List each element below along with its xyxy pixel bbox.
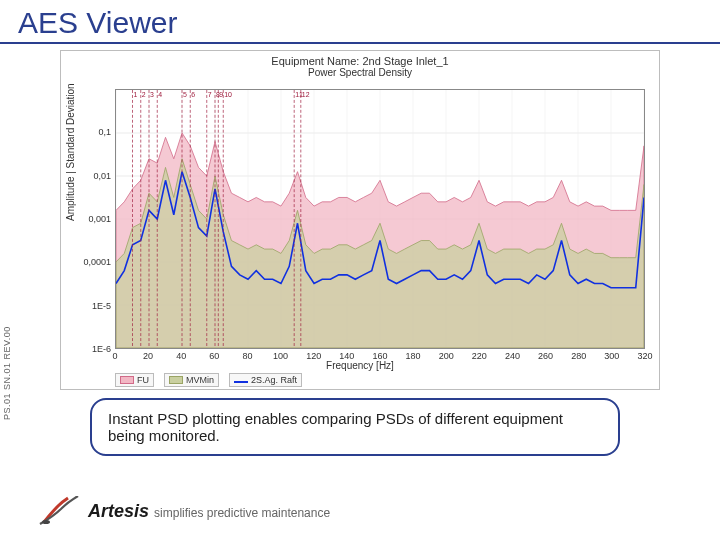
svg-text:6: 6 xyxy=(191,91,195,98)
chart-title: Equipment Name: 2nd Stage Inlet_1 xyxy=(61,55,659,67)
y-tick: 1E-6 xyxy=(92,344,111,354)
brand-text: Artesis simplifies predictive maintenanc… xyxy=(88,501,330,522)
y-tick: 1E-5 xyxy=(92,301,111,311)
callout-box: Instant PSD plotting enables comparing P… xyxy=(90,398,620,456)
brand-name: Artesis xyxy=(88,501,149,521)
chart-subtitle: Power Spectral Density xyxy=(61,67,659,78)
svg-text:9: 9 xyxy=(219,91,223,98)
legend-swatch-fu xyxy=(120,376,134,384)
svg-point-47 xyxy=(42,520,50,524)
y-tick: 0,001 xyxy=(88,214,111,224)
svg-text:10: 10 xyxy=(224,91,232,98)
svg-text:7: 7 xyxy=(208,91,212,98)
callout-text: Instant PSD plotting enables comparing P… xyxy=(108,410,563,444)
y-axis-ticks: 0,10,010,0010,00011E-51E-6 xyxy=(83,89,113,349)
legend-item-mvmin: MVMin xyxy=(164,373,219,387)
legend-swatch-blue xyxy=(234,381,248,383)
y-tick: 0,1 xyxy=(98,127,111,137)
y-tick: 0,01 xyxy=(93,171,111,181)
legend-item-blue: 2S.Ag. Raft xyxy=(229,373,302,387)
page-title: AES Viewer xyxy=(18,6,708,40)
footer-logo: Artesis simplifies predictive maintenanc… xyxy=(38,496,330,526)
svg-text:1: 1 xyxy=(133,91,137,98)
legend: FU MVMin 2S.Ag. Raft xyxy=(115,373,302,387)
y-axis-label: Amplitude | Standard Deviation xyxy=(65,83,76,221)
legend-label-fu: FU xyxy=(137,375,149,385)
legend-swatch-mvmin xyxy=(169,376,183,384)
legend-label-blue: 2S.Ag. Raft xyxy=(251,375,297,385)
y-tick: 0,0001 xyxy=(83,257,111,267)
svg-text:3: 3 xyxy=(150,91,154,98)
plot-svg: 123456789101112 xyxy=(116,90,644,348)
title-bar: AES Viewer xyxy=(0,0,720,44)
x-axis-label: Frequency [Hz] xyxy=(61,360,659,371)
brand-tagline: simplifies predictive maintenance xyxy=(154,506,330,520)
legend-item-fu: FU xyxy=(115,373,154,387)
slide: AES Viewer PS.01 SN.01 REV.00 Equipment … xyxy=(0,0,720,540)
svg-text:4: 4 xyxy=(158,91,162,98)
plot-area: 123456789101112 xyxy=(115,89,645,349)
legend-label-mvmin: MVMin xyxy=(186,375,214,385)
svg-text:5: 5 xyxy=(183,91,187,98)
svg-text:2: 2 xyxy=(142,91,146,98)
svg-text:12: 12 xyxy=(302,91,310,98)
chart-frame: Equipment Name: 2nd Stage Inlet_1 Power … xyxy=(60,50,660,390)
brand-logo-icon xyxy=(38,496,80,526)
document-code: PS.01 SN.01 REV.00 xyxy=(2,326,12,420)
